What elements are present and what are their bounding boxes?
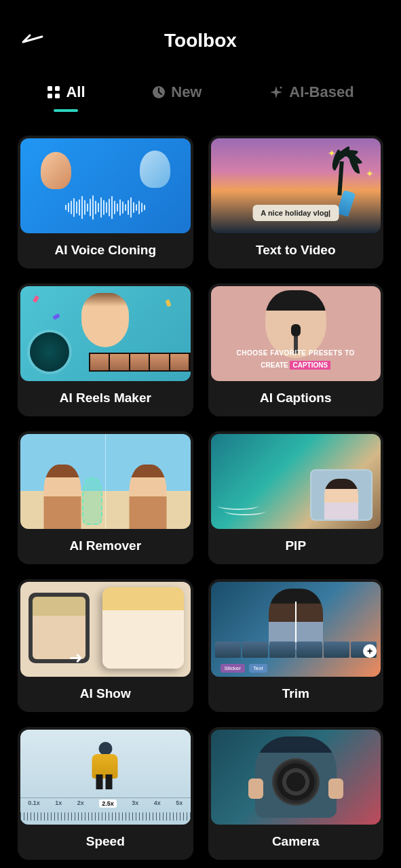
tool-card-ai-reels-maker[interactable]: AI Reels Maker	[18, 283, 193, 416]
text-pill: A nice holiday vlog|	[252, 205, 339, 221]
thumbnail	[20, 138, 191, 233]
back-arrow-icon	[20, 33, 43, 46]
tool-card-ai-remover[interactable]: AI Remover	[18, 431, 193, 564]
clock-icon	[152, 85, 166, 99]
speed-scale: 0.1x1x2x2.5x3x4x5x	[20, 800, 191, 808]
card-label: AI Show	[20, 677, 191, 705]
tool-card-ai-voice-cloning[interactable]: AI Voice Cloning	[18, 136, 193, 269]
svg-rect-2	[47, 94, 52, 98]
back-button[interactable]	[20, 33, 43, 49]
sticker-tag: Sticker	[221, 664, 245, 673]
card-label: Trim	[211, 677, 381, 705]
card-label: Speed	[20, 825, 191, 853]
card-label: AI Remover	[20, 529, 191, 557]
tool-card-pip[interactable]: PIP	[208, 431, 384, 564]
card-label: Camera	[211, 825, 381, 853]
tab-ai-label: AI-Based	[289, 83, 354, 101]
caption-preset-line1: CHOOSE FAVORITE PRESETS TO	[211, 349, 381, 357]
tabs-bar: All New AI-Based	[0, 81, 401, 122]
card-label: PIP	[211, 529, 381, 557]
text-tag: Text	[249, 664, 267, 673]
grid-icon	[47, 85, 60, 99]
card-label: Text to Video	[211, 233, 381, 262]
thumbnail	[20, 434, 191, 529]
tool-card-trim[interactable]: + Sticker Text Trim	[208, 579, 384, 712]
svg-rect-3	[55, 94, 60, 98]
thumbnail	[211, 730, 381, 825]
card-label: AI Captions	[211, 381, 381, 410]
thumbnail	[20, 286, 191, 381]
thumbnail: + Sticker Text	[211, 582, 381, 677]
thumbnail	[211, 434, 381, 529]
svg-rect-1	[55, 86, 60, 91]
tab-all-label: All	[66, 83, 85, 101]
tool-card-ai-show[interactable]: ➜ AI Show	[18, 579, 193, 712]
plus-icon: +	[363, 644, 377, 658]
tab-all[interactable]: All	[47, 83, 85, 106]
card-label: AI Reels Maker	[20, 381, 191, 410]
camera-lens-icon	[277, 763, 315, 801]
thumbnail: ➜	[20, 582, 191, 677]
card-label: AI Voice Cloning	[20, 233, 191, 262]
tool-card-camera[interactable]: Camera	[208, 727, 384, 860]
tab-new[interactable]: New	[152, 83, 202, 106]
tool-card-text-to-video[interactable]: ✦ ✦ A nice holiday vlog| Text to Video	[208, 136, 384, 269]
tools-grid: AI Voice Cloning ✦ ✦ A nice holiday vlog…	[0, 122, 401, 868]
thumbnail: CHOOSE FAVORITE PRESETS TO CREATE CAPTIO…	[211, 286, 381, 381]
svg-rect-0	[47, 86, 52, 91]
header: Toolbox	[0, 0, 401, 81]
svg-point-5	[280, 87, 282, 89]
thumbnail: 0.1x1x2x2.5x3x4x5x	[20, 730, 191, 825]
caption-preset-line2: CREATE CAPTIONS	[211, 361, 381, 369]
tool-card-speed[interactable]: 0.1x1x2x2.5x3x4x5x Speed	[18, 727, 193, 860]
sparkle-icon	[269, 85, 284, 100]
transform-arrow-icon: ➜	[69, 648, 83, 667]
tab-ai-based[interactable]: AI-Based	[269, 83, 354, 106]
thumbnail: ✦ ✦ A nice holiday vlog|	[211, 138, 381, 233]
tool-card-ai-captions[interactable]: CHOOSE FAVORITE PRESETS TO CREATE CAPTIO…	[208, 283, 384, 416]
tab-new-label: New	[171, 83, 202, 101]
page-title: Toolbox	[164, 30, 237, 52]
